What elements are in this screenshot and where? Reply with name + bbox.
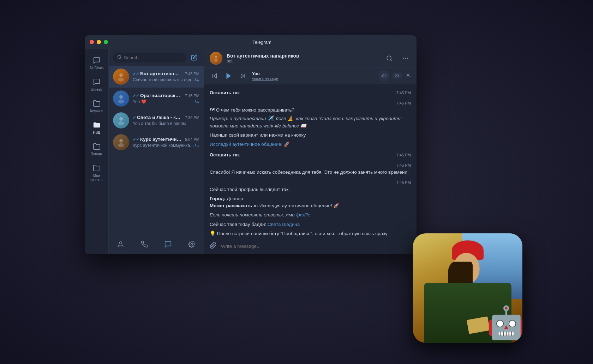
forward-icon-1	[194, 77, 199, 83]
svg-point-5	[119, 117, 123, 121]
chat-avatar-1	[113, 68, 129, 85]
sidebar-item-nvd[interactable]: НВД	[86, 118, 107, 138]
chat-item-4[interactable]: ✓✓ Курс аутентично... 5:04 PM Курс аутен…	[109, 131, 204, 153]
search-box[interactable]	[113, 53, 186, 62]
rewind-back-button[interactable]	[210, 71, 220, 81]
sidebar-item-my-projects[interactable]: Мои проекты	[86, 161, 107, 185]
speed-button[interactable]: 2X	[392, 73, 402, 79]
msg-text-5: Исследуй аутентичное общение! 🚀	[210, 141, 411, 148]
voice-close-button[interactable]	[405, 72, 411, 80]
search-chat-button[interactable]	[384, 53, 395, 64]
chat-name-row-3: ✓ Света и Леша - курс 7:39 PM	[133, 115, 199, 120]
voice-bar-right: 2X	[379, 71, 411, 81]
msg-sender-3: Оставить так	[210, 152, 240, 157]
calls-btn[interactable]	[138, 238, 151, 251]
chat-name-row-1: ✓✓ Бот аутентичных на... 7:45 PM	[133, 71, 199, 76]
close-button[interactable]	[90, 40, 94, 44]
msg-text-6: Спасибо! Я начинаю искать собеседника дл…	[210, 169, 411, 176]
all-chats-label: All Chats	[89, 66, 103, 70]
chat-info-4: ✓✓ Курс аутентично... 5:04 PM Курс аутен…	[133, 137, 199, 148]
msg-text-2: 🗺 О чем тебя можно расспрашивать?	[210, 107, 411, 114]
msg-text-11: Сейчас твоя friday бадди: Света Шедина	[210, 221, 411, 228]
msg-header-2: 7:45 PM	[210, 101, 411, 105]
unread-label: Unread	[91, 88, 102, 92]
settings-btn[interactable]	[185, 238, 198, 251]
sidebar-item-all-chats[interactable]: All Chats	[86, 53, 107, 73]
maximize-button[interactable]	[104, 40, 108, 44]
voice-sender-info: You voice message	[252, 71, 278, 80]
compose-button[interactable]	[189, 52, 199, 63]
coaching-icon	[92, 99, 101, 108]
msg-text-9: Может рассказать о: Исследуя аутентичное…	[210, 202, 411, 209]
ticks-1: ✓✓	[133, 72, 140, 76]
chat-avatar-3	[113, 112, 129, 129]
chat-avatar-4	[113, 134, 129, 150]
chat-item-3[interactable]: ✓ Света и Леша - курс 7:39 PM You а так …	[109, 109, 204, 131]
chat-name-4: ✓✓ Курс аутентично...	[133, 137, 182, 142]
chat-list-panel: ✓✓ Бот аутентичных на... 7:45 PM Сейчас …	[109, 49, 204, 254]
rewind-forward-button[interactable]	[238, 71, 248, 81]
msg-header-1: Оставить так 7:45 PM	[210, 90, 411, 95]
buddy-link[interactable]: Света Шедина	[268, 222, 300, 227]
chat-item-2[interactable]: ✓✓ Орагнизаторский... 7:16 PM You ❤️	[109, 88, 204, 109]
msg-group-3: Оставить так 7:45 PM	[210, 152, 411, 159]
svg-point-10	[191, 244, 193, 245]
msg-header-4: 7:45 PM	[210, 163, 411, 167]
chat-header-name: Бот аутентичных напарников	[227, 53, 380, 59]
chat-header-actions	[384, 53, 411, 64]
msg-time-2: 7:45 PM	[396, 101, 411, 105]
chat-name-3: ✓ Света и Леша - курс	[133, 115, 182, 120]
msg-group-2: 7:45 PM 🗺 О чем тебя можно расспрашивать…	[210, 101, 411, 148]
titlebar: Telegram	[85, 35, 417, 49]
svg-point-4	[118, 100, 124, 103]
chats-btn[interactable]	[162, 238, 174, 251]
more-options-button[interactable]	[400, 53, 411, 64]
window-title: Telegram	[112, 40, 412, 45]
sidebar-item-ponchik[interactable]: Пончик	[86, 139, 107, 159]
msg-text-4: Напиши свой вариант или нажми на кнопку	[210, 132, 411, 139]
chat-time-1: 7:45 PM	[185, 72, 199, 76]
profile-link[interactable]: /profile	[296, 212, 311, 217]
contacts-btn[interactable]	[114, 238, 127, 251]
message-input[interactable]	[221, 244, 411, 249]
traffic-lights	[90, 40, 108, 44]
msg-header-3: Оставить так 7:45 PM	[210, 152, 411, 157]
msg-text-10: Если хочешь поменять ответы, жми /profil…	[210, 211, 411, 219]
my-projects-icon	[92, 163, 101, 173]
svg-point-16	[407, 58, 408, 59]
attach-button[interactable]	[210, 242, 217, 251]
chat-header-info: Бот аутентичных напарников bot	[227, 53, 380, 64]
chat-header-avatar	[210, 52, 222, 65]
nvd-label: НВД	[93, 131, 100, 135]
svg-marker-20	[241, 74, 244, 78]
sidebar-item-coaching[interactable]: Коучинг	[86, 96, 107, 116]
chat-info-2: ✓✓ Орагнизаторский... 7:16 PM You ❤️	[133, 93, 199, 104]
forward-icon-4	[194, 143, 199, 149]
all-chats-icon	[92, 56, 101, 65]
ponchik-icon	[92, 142, 101, 151]
unread-icon	[92, 77, 101, 86]
minimize-button[interactable]	[97, 40, 101, 44]
window-body: All Chats Unread Коучинг	[85, 49, 417, 254]
svg-marker-19	[227, 73, 231, 79]
forward-icon-2	[194, 99, 199, 105]
svg-point-8	[118, 143, 124, 147]
chat-time-3: 7:39 PM	[185, 115, 199, 120]
svg-point-11	[215, 56, 217, 58]
play-button[interactable]	[224, 71, 234, 81]
svg-marker-22	[382, 74, 384, 77]
search-input[interactable]	[124, 55, 182, 60]
volume-button[interactable]	[379, 71, 389, 81]
sidebar-item-unread[interactable]: Unread	[86, 74, 107, 95]
chat-item-1[interactable]: ✓✓ Бот аутентичных на... 7:45 PM Сейчас …	[109, 66, 204, 88]
chat-preview-1: Сейчас твой профиль выглядит так: Денве.…	[133, 77, 196, 82]
voice-sender-name: You	[252, 71, 278, 76]
msg-group-1: Оставить так 7:45 PM	[210, 90, 411, 97]
chat-name-row-2: ✓✓ Орагнизаторский... 7:16 PM	[133, 93, 199, 98]
voice-bar: You voice message 2X	[204, 68, 417, 84]
explore-link[interactable]: Исследуй аутентичное общение! 🚀	[210, 142, 290, 147]
msg-header-5: 7:45 PM	[210, 180, 411, 185]
chat-header-status: bot	[227, 59, 380, 64]
msg-text-8: Город: Денвер	[210, 195, 411, 202]
msg-time-1: 7:45 PM	[396, 91, 411, 95]
